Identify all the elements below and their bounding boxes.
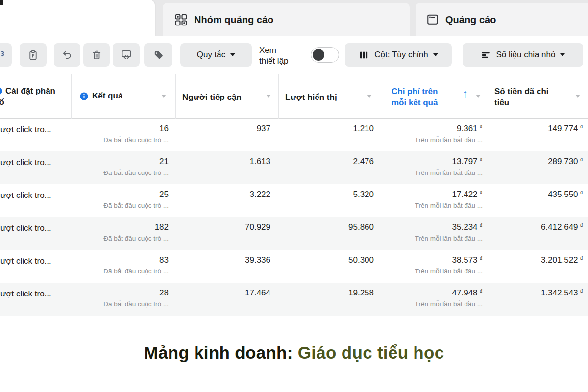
row-cost-per-result: 47.948₫ [385,288,483,298]
paste-button[interactable] [20,43,47,67]
row-cost-sub: Trên mỗi lần bắt đầu ... [375,136,483,144]
table-row[interactable]: ượt click tro... 83 Đã bắt đầu cuộc trò … [0,250,588,283]
row-impressions: 2.476 [278,157,374,167]
tab-ads-label: Quảng cáo [445,14,496,25]
column-header-amount-spent[interactable]: Số tiền đã chi tiêu [494,86,554,108]
preview-swap-icon [121,49,132,61]
table-row[interactable]: ượt click tro... 28 Đã bắt đầu cuộc trò … [0,283,588,316]
table-bottom-border [0,316,588,316]
currency-symbol: ₫ [580,157,583,164]
toggle-knob [313,49,324,61]
paste-icon [27,49,39,61]
table-row[interactable]: ượt click tro... 16 Đã bắt đầu cuộc trò … [0,119,588,151]
info-icon [0,87,2,95]
row-impressions: 1.210 [278,124,374,134]
copy-button-partial[interactable] [0,43,12,67]
tab-ad-sets-label: Nhóm quảng cáo [194,14,273,25]
row-setting: ượt click tro... [0,223,51,233]
row-reach: 937 [175,124,270,134]
rules-button[interactable]: Quy tắc [180,43,252,67]
column-menu-caret[interactable] [266,95,271,98]
column-header-attribution[interactable]: Cài đặt phân bổ [0,85,61,108]
caption: Mảng kinh doanh: Giáo dục tiểu học [0,343,588,363]
table-row[interactable]: ượt click tro... 182 Đã bắt đầu cuộc trò… [0,217,588,250]
column-menu-caret[interactable] [575,95,580,98]
row-reach: 70.929 [175,222,270,232]
table-body: ượt click tro... 16 Đã bắt đầu cuộc trò … [0,119,588,316]
breakdown-icon [481,50,491,60]
row-amount-spent: 289.730₫ [488,157,583,167]
sort-ascending-icon[interactable]: ↑ [463,87,468,100]
row-impressions: 95.860 [278,222,374,232]
row-impressions: 19.258 [278,288,374,298]
tab-strip: Nhóm quảng cáo Quảng cáo [0,0,588,36]
delete-button[interactable] [83,43,110,67]
row-result-sub: Đã bắt đầu cuộc trò ... [61,268,169,275]
row-cost-sub: Trên mỗi lần bắt đầu ... [375,268,483,275]
row-cost-per-result: 35.234₫ [385,222,483,232]
chevron-down-icon [433,53,438,56]
currency-symbol: ₫ [580,222,583,229]
row-result-sub: Đã bắt đầu cuộc trò ... [61,235,169,242]
column-header-cost-per-result[interactable]: Chi phí trên mỗi kết quả [392,86,448,108]
currency-symbol: ₫ [480,157,483,164]
row-impressions: 50.300 [278,255,374,265]
row-impressions: 5.320 [278,190,374,199]
row-result-sub: Đã bắt đầu cuộc trò ... [61,136,169,144]
columns-button-label: Cột: Tùy chỉnh [374,50,428,60]
preview-button[interactable] [113,43,140,67]
row-amount-spent: 1.342.543₫ [488,288,583,298]
column-header-results[interactable]: Kết quả [80,91,122,101]
caption-prefix: Mảng kinh doanh: [144,343,298,362]
breakdown-button[interactable]: Số liệu chia nhỏ [463,43,583,67]
row-result: 25 [71,190,169,199]
tab-ads[interactable]: Quảng cáo [416,3,588,36]
row-cost-per-result: 13.797₫ [385,157,483,167]
column-menu-caret[interactable] [161,95,166,98]
currency-symbol: ₫ [580,255,583,262]
row-reach: 17.464 [175,288,270,298]
ads-manager-screen: Nhóm quảng cáo Quảng cáo [0,0,588,392]
cropped-corner-mark [0,0,3,5]
breakdown-button-label: Số liệu chia nhỏ [496,50,556,60]
row-amount-spent: 6.412.649₫ [488,222,583,232]
row-reach: 3.222 [175,190,270,199]
table-row[interactable]: ượt click tro... 25 Đã bắt đầu cuộc trò … [0,184,588,217]
row-setting: ượt click tro... [0,289,51,299]
column-header-impressions[interactable]: Lượt hiển thị [285,93,337,102]
ads-frame-icon [426,13,439,26]
currency-symbol: ₫ [480,190,483,196]
row-amount-spent: 149.774₫ [488,124,583,134]
copy-icon [0,49,11,60]
undo-button[interactable] [54,43,80,67]
tag-button[interactable] [144,43,172,67]
trash-icon [91,49,102,61]
currency-symbol: ₫ [580,124,583,131]
row-result: 16 [71,124,169,134]
row-cost-per-result: 38.573₫ [385,255,483,265]
table-row[interactable]: ượt click tro... 21 Đã bắt đầu cuộc trò … [0,151,588,184]
row-amount-spent: 435.550₫ [488,190,583,199]
column-header-reach[interactable]: Người tiếp cận [182,93,242,102]
currency-symbol: ₫ [480,288,483,295]
row-setting: ượt click tro... [0,256,51,266]
currency-symbol: ₫ [480,124,483,131]
column-menu-caret[interactable] [476,95,481,98]
rules-button-label: Quy tắc [197,50,226,60]
row-result: 182 [71,222,169,232]
column-menu-caret[interactable] [367,95,372,98]
tab-ad-sets[interactable]: Nhóm quảng cáo [163,3,410,36]
tab-campaigns-active[interactable] [0,0,155,36]
currency-symbol: ₫ [480,222,483,229]
row-cost-sub: Trên mỗi lần bắt đầu ... [375,300,483,308]
currency-symbol: ₫ [580,288,583,295]
row-result: 83 [71,255,169,265]
currency-symbol: ₫ [480,255,483,262]
row-result-sub: Đã bắt đầu cuộc trò ... [61,202,169,209]
undo-icon [61,49,73,61]
view-setup-toggle[interactable] [311,47,339,63]
row-result-sub: Đã bắt đầu cuộc trò ... [61,300,169,308]
columns-button[interactable]: Cột: Tùy chỉnh [345,43,452,67]
row-setting: ượt click tro... [0,191,51,200]
row-reach: 39.336 [175,255,270,265]
